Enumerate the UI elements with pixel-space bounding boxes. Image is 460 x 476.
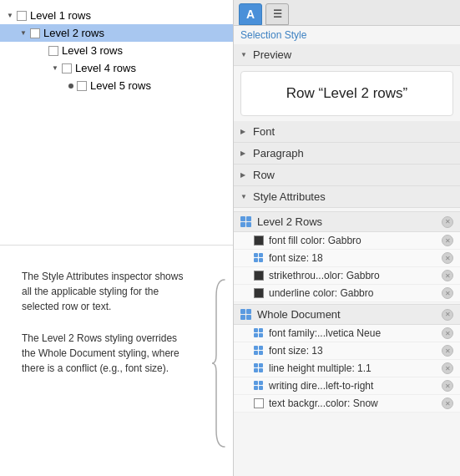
font-family-remove[interactable] [442, 327, 453, 339]
attr-line-height: line height multiple: 1.1 [234, 360, 460, 377]
attr-font-size-13: font size: 13 [234, 342, 460, 360]
preview-text: Row “Level 2 rows” [286, 85, 408, 101]
writing-dir-remove[interactable] [442, 380, 453, 392]
font-label: Font [253, 125, 275, 138]
bullet-level5 [68, 84, 73, 89]
tree-item-level3[interactable]: Level 3 rows [0, 42, 233, 59]
underline-text: underline color: Gabbro [269, 287, 442, 299]
tree-container: Level 1 rows Level 2 rows Level 3 rows L… [0, 0, 233, 240]
paragraph-triangle [240, 149, 249, 157]
whole-document-icon [240, 309, 252, 321]
triangle-level2 [20, 29, 28, 38]
attr-font-size-18: font size: 18 [234, 250, 460, 267]
font-size-13-icon [254, 346, 264, 356]
checkbox-level5[interactable] [77, 81, 87, 91]
strikethrough-remove[interactable] [442, 270, 453, 281]
tree-item-level2[interactable]: Level 2 rows [0, 24, 233, 42]
text-bg-text: text backgr...color: Snow [269, 398, 442, 409]
tab-font[interactable]: A [239, 3, 262, 25]
attr-font-family: font family:...lvetica Neue [234, 325, 460, 342]
underline-remove[interactable] [442, 287, 453, 299]
line-height-remove[interactable] [442, 362, 453, 374]
explanatory-para1: The Style Attributes inspector shows all… [10, 261, 198, 322]
checkbox-level1[interactable] [17, 11, 27, 21]
paragraph-label: Paragraph [253, 147, 304, 160]
fill-color-remove[interactable] [442, 235, 453, 246]
strikethrough-text: strikethrou...olor: Gabbro [269, 270, 442, 281]
whole-document-group-header[interactable]: Whole Document [234, 304, 460, 325]
font-size-18-icon [254, 253, 264, 263]
font-size-13-text: font size: 13 [269, 345, 442, 357]
font-header[interactable]: Font [234, 121, 460, 143]
style-attributes-label: Style Attributes [253, 190, 326, 203]
whole-document-group-label: Whole Document [257, 308, 442, 321]
strikethrough-swatch [254, 271, 264, 281]
level2rows-group-header[interactable]: Level 2 Rows [234, 211, 460, 232]
explanatory-area: The Style Attributes inspector shows all… [0, 251, 208, 477]
text-bg-swatch [254, 398, 264, 408]
label-level5: Level 5 rows [90, 79, 151, 92]
attr-strikethrough: strikethrou...olor: Gabbro [234, 267, 460, 285]
font-size-13-remove[interactable] [442, 345, 453, 357]
label-level1: Level 1 rows [30, 9, 91, 22]
font-family-icon [254, 328, 264, 338]
style-attributes-triangle [240, 193, 249, 200]
tree-item-level4[interactable]: Level 4 rows [0, 59, 233, 77]
row-label: Row [253, 169, 275, 181]
attr-writing-dir: writing dire...left-to-right [234, 377, 460, 395]
right-panel: A ☰ Selection Style Preview Row “Level 2… [234, 0, 460, 476]
text-bg-remove[interactable] [442, 398, 453, 409]
divider [0, 245, 233, 246]
font-family-text: font family:...lvetica Neue [269, 327, 442, 339]
level2rows-group: Level 2 Rows font fill color: Gabbro fon… [234, 211, 460, 302]
writing-dir-icon [254, 381, 264, 391]
attr-underline: underline color: Gabbro [234, 285, 460, 302]
left-panel: Level 1 rows Level 2 rows Level 3 rows L… [0, 0, 234, 476]
preview-content: Row “Level 2 rows” [240, 71, 453, 116]
style-attributes-header[interactable]: Style Attributes [234, 186, 460, 208]
writing-dir-text: writing dire...left-to-right [269, 380, 442, 392]
row-triangle [240, 171, 249, 179]
font-size-18-remove[interactable] [442, 252, 453, 264]
tree-item-level5[interactable]: Level 5 rows [0, 77, 233, 94]
whole-document-remove-btn[interactable] [442, 309, 453, 321]
whole-document-group: Whole Document font family:...lvetica Ne… [234, 304, 460, 413]
style-attributes-content: Level 2 Rows font fill color: Gabbro fon… [234, 208, 460, 418]
triangle-level4 [52, 64, 60, 73]
checkbox-level4[interactable] [62, 63, 72, 73]
selection-style-label: Selection Style [234, 26, 460, 44]
attr-fill-color: font fill color: Gabbro [234, 232, 460, 250]
level2rows-remove-btn[interactable] [442, 216, 453, 228]
line-height-text: line height multiple: 1.1 [269, 362, 442, 374]
preview-triangle [240, 51, 249, 58]
level2rows-group-label: Level 2 Rows [257, 215, 442, 228]
explanatory-para2: The Level 2 Rows styling overrides the W… [10, 322, 198, 384]
fill-color-swatch [254, 235, 264, 246]
preview-header[interactable]: Preview [234, 44, 460, 66]
label-level4: Level 4 rows [75, 62, 136, 74]
checkbox-level2[interactable] [30, 28, 40, 38]
preview-label: Preview [253, 48, 291, 61]
level2rows-icon [240, 216, 252, 228]
label-level3: Level 3 rows [62, 44, 123, 57]
brace-area: The Style Attributes inspector shows all… [0, 251, 233, 477]
font-size-18-text: font size: 18 [269, 252, 442, 264]
brace-container [208, 251, 233, 477]
curly-brace-icon [208, 271, 233, 455]
paragraph-header[interactable]: Paragraph [234, 143, 460, 165]
attr-text-bg: text backgr...color: Snow [234, 395, 460, 413]
triangle-level1 [7, 12, 15, 20]
checkbox-level3[interactable] [48, 46, 58, 56]
font-triangle [240, 128, 249, 135]
underline-swatch [254, 288, 264, 298]
tab-paragraph[interactable]: ☰ [265, 3, 289, 25]
tree-item-level1[interactable]: Level 1 rows [0, 7, 233, 24]
label-level2: Level 2 rows [43, 27, 104, 39]
row-header[interactable]: Row [234, 165, 460, 186]
line-height-icon [254, 363, 264, 373]
fill-color-text: font fill color: Gabbro [269, 235, 442, 246]
tab-bar: A ☰ [234, 0, 460, 26]
